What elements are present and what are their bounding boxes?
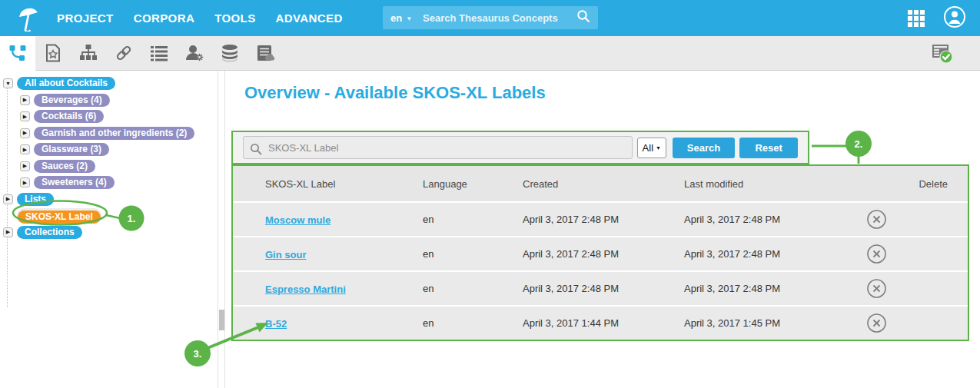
tree-pill-cocktails[interactable]: Cocktails (6) [34, 110, 104, 123]
menu-corpora[interactable]: CORPORA [134, 12, 194, 25]
tree-pill-beverages[interactable]: Beverages (4) [34, 94, 110, 107]
expand-icon[interactable]: ▶ [3, 194, 13, 204]
expand-icon[interactable]: ▶ [20, 177, 30, 187]
top-navigation-bar: PROJECT CORPORA TOOLS ADVANCED en ▼ Sear… [0, 0, 980, 36]
concept-tree-sidebar: ▼ All about Cocktails ▶ Beverages (4) ▶ … [0, 71, 218, 388]
tree-item-sauces[interactable]: ▶ Sauces (2) [20, 158, 218, 175]
tree-item-cocktails[interactable]: ▶ Cocktails (6) [20, 108, 218, 125]
tree-pill-sweeteners[interactable]: Sweeteners (4) [34, 176, 115, 189]
umbrella-logo[interactable] [11, 0, 46, 36]
expand-icon[interactable]: ▶ [20, 111, 30, 121]
sidebar-splitter[interactable] [218, 71, 225, 388]
thesaurus-search-placeholder[interactable]: Search Thesaurus Concepts [423, 12, 576, 24]
main-content: Overview - Available SKOS-XL Labels All … [225, 71, 980, 388]
links-icon[interactable] [106, 36, 141, 71]
user-icon[interactable] [943, 5, 966, 32]
concept-tree-icon[interactable] [0, 36, 35, 71]
lists-icon[interactable] [141, 36, 177, 71]
col-header-modified: Last modified [684, 178, 865, 190]
tree-item-root[interactable]: ▼ All about Cocktails [3, 75, 218, 92]
delete-cell [865, 244, 968, 264]
tree-item-skosxl-label[interactable]: SKOS-XL Label [17, 207, 218, 224]
label-cell: B-52 [233, 317, 423, 330]
hierarchy-icon[interactable] [71, 36, 106, 71]
tree-item-glassware[interactable]: ▶ Glassware (3) [20, 141, 218, 158]
free-concepts-icon[interactable] [35, 36, 71, 71]
thesaurus-search-box[interactable]: en ▼ Search Thesaurus Concepts [383, 6, 598, 29]
skosxl-label-link[interactable]: Moscow mule [265, 214, 331, 226]
menu-tools[interactable]: TOOLS [214, 12, 255, 25]
page-title: Overview - Available SKOS-XL Labels [244, 83, 980, 103]
apps-grid-icon[interactable] [908, 10, 925, 27]
tree-pill-sauces[interactable]: Sauces (2) [34, 160, 95, 173]
tree-pill-glassware[interactable]: Glassware (3) [34, 143, 109, 156]
project-toolbar [0, 36, 980, 71]
tree-pill-root[interactable]: All about Cocktails [17, 77, 115, 90]
tree-pill-lists[interactable]: Lists [17, 193, 54, 206]
tree-pill-skosxl-label[interactable]: SKOS-XL Label [18, 211, 101, 224]
table-row: B-52enApril 3, 2017 1:44 PMApril 3, 2017… [233, 305, 968, 340]
skosxl-label-link[interactable]: Gin sour [265, 249, 306, 260]
label-cell: Gin sour [233, 247, 423, 261]
col-header-created: Created [523, 178, 684, 190]
expand-icon[interactable]: ▶ [3, 227, 13, 237]
skosxl-labels-table: SKOS-XL Label Language Created Last modi… [231, 164, 969, 341]
label-filter-panel: All ▼ Search Reset [231, 131, 809, 164]
expand-icon[interactable]: ▶ [20, 128, 30, 138]
search-button[interactable]: Search [673, 138, 736, 158]
label-filter-input[interactable] [243, 136, 633, 159]
language-selector[interactable]: en [390, 12, 402, 24]
delete-x-icon [866, 313, 887, 333]
col-header-label: SKOS-XL Label [233, 178, 423, 190]
modified-cell: April 3, 2017 2:48 PM [684, 248, 865, 260]
skosxl-label-link[interactable]: Espresso Martini [265, 284, 346, 295]
delete-button[interactable] [866, 313, 887, 333]
user-roles-icon[interactable] [177, 36, 212, 71]
expand-icon[interactable]: ▶ [20, 95, 30, 105]
tree-item-lists[interactable]: ▶ Lists [3, 191, 218, 208]
tree-item-garnish[interactable]: ▶ Garnish and other ingredients (2) [20, 125, 218, 142]
delete-x-icon [866, 209, 887, 230]
label-cell: Espresso Martini [233, 282, 423, 296]
delete-cell [865, 278, 968, 299]
main-menu: PROJECT CORPORA TOOLS ADVANCED [57, 12, 343, 25]
language-cell: en [423, 317, 523, 329]
report-check-icon[interactable] [925, 36, 960, 71]
expand-icon[interactable]: ▶ [20, 144, 30, 154]
created-cell: April 3, 2017 1:44 PM [523, 317, 684, 329]
delete-x-icon [866, 278, 887, 299]
table-row: Gin sourenApril 3, 2017 2:48 PMApril 3, … [233, 236, 968, 270]
filter-scope-select[interactable]: All ▼ [637, 138, 666, 158]
table-row: Espresso MartinienApril 3, 2017 2:48 PMA… [233, 270, 968, 305]
table-row: Moscow muleenApril 3, 2017 2:48 PMApril … [233, 201, 968, 236]
delete-button[interactable] [866, 244, 887, 264]
col-header-language: Language [423, 178, 523, 190]
tree-item-sweeteners[interactable]: ▶ Sweeteners (4) [20, 174, 218, 191]
modified-cell: April 3, 2017 2:48 PM [684, 214, 865, 225]
language-cell: en [423, 214, 523, 225]
tree-item-beverages[interactable]: ▶ Beverages (4) [20, 92, 218, 109]
created-cell: April 3, 2017 2:48 PM [523, 248, 684, 260]
menu-project[interactable]: PROJECT [57, 12, 114, 25]
created-cell: April 3, 2017 2:48 PM [523, 283, 684, 294]
menu-advanced[interactable]: ADVANCED [276, 12, 343, 25]
modified-cell: April 3, 2017 2:48 PM [684, 283, 865, 294]
collapse-icon[interactable]: ▼ [3, 78, 13, 88]
modified-cell: April 3, 2017 1:45 PM [684, 317, 865, 329]
tree-item-collections[interactable]: ▶ Collections [3, 224, 218, 241]
repository-icon[interactable] [212, 36, 247, 71]
skosxl-label-link[interactable]: B-52 [265, 318, 287, 330]
reset-button[interactable]: Reset [739, 138, 798, 158]
tree-pill-garnish[interactable]: Garnish and other ingredients (2) [34, 127, 194, 140]
server-data-icon[interactable] [247, 36, 283, 71]
tree-pill-collections[interactable]: Collections [17, 226, 82, 239]
search-icon [250, 143, 262, 158]
table-header-row: SKOS-XL Label Language Created Last modi… [233, 166, 968, 201]
delete-button[interactable] [866, 209, 887, 230]
search-icon[interactable] [576, 9, 590, 26]
splitter-handle[interactable] [219, 310, 224, 330]
delete-button[interactable] [866, 278, 887, 299]
expand-icon[interactable]: ▶ [20, 161, 30, 171]
language-cell: en [423, 248, 523, 260]
chevron-down-icon: ▼ [406, 15, 412, 22]
